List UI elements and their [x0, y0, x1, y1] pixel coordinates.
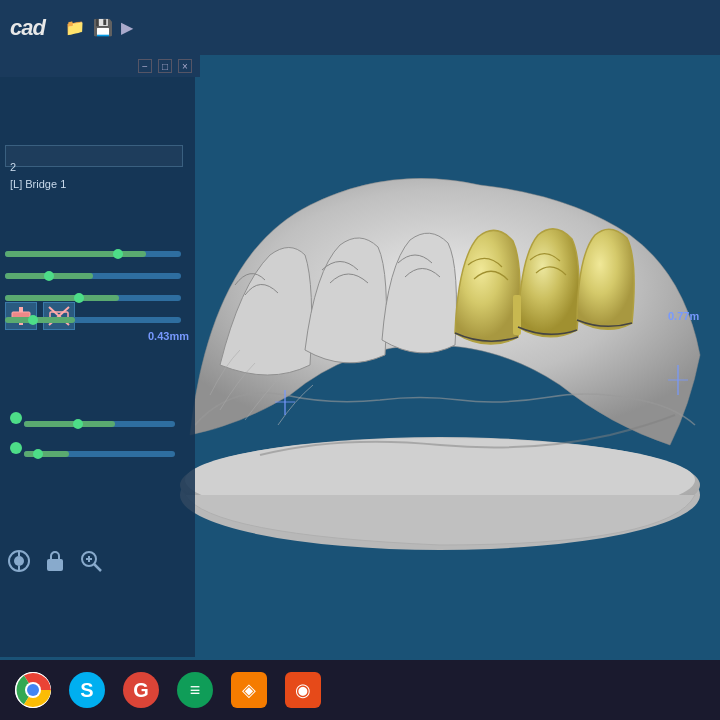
slider-row-3[interactable] — [5, 291, 185, 305]
play-icon[interactable]: ▶ — [121, 18, 133, 37]
save-icon[interactable]: 💾 — [93, 18, 113, 37]
breadcrumb-line2: [L] Bridge 1 — [10, 176, 66, 193]
slider-panel-2 — [24, 417, 179, 467]
slider-row-B1[interactable] — [24, 417, 179, 431]
taskbar-app1[interactable]: ◈ — [224, 666, 274, 714]
zoom-button[interactable] — [77, 547, 105, 575]
slider-row-1[interactable] — [5, 247, 185, 261]
title-icons: 📁 💾 ▶ — [65, 18, 133, 37]
taskbar-grabcad[interactable]: G — [116, 666, 166, 714]
taskbar: S G ≡ ◈ ◉ — [0, 660, 720, 720]
lock-button[interactable] — [41, 547, 69, 575]
close-button[interactable]: × — [178, 59, 192, 73]
window-controls: − □ × — [0, 55, 200, 77]
svg-rect-18 — [513, 295, 521, 335]
view-toggle-button[interactable] — [5, 547, 33, 575]
svg-line-12 — [94, 564, 101, 571]
slider-row-B2[interactable] — [24, 447, 179, 461]
measurement-label-1: 0.43mm — [148, 330, 189, 342]
breadcrumb: 2 [L] Bridge 1 — [5, 154, 71, 197]
title-bar: cad 📁 💾 ▶ — [0, 0, 720, 55]
taskbar-app2[interactable]: ◉ — [278, 666, 328, 714]
taskbar-sheets[interactable]: ≡ — [170, 666, 220, 714]
taskbar-skype[interactable]: S — [62, 666, 112, 714]
slider-panel — [5, 247, 185, 333]
sidebar: 2 [L] Bridge 1 — [0, 77, 195, 657]
app-logo: cad — [10, 15, 45, 41]
slider-row-2[interactable] — [5, 269, 185, 283]
measurement-label-2: 0.77m — [668, 310, 699, 322]
breadcrumb-line1: 2 — [10, 159, 66, 176]
dental-viewport — [130, 55, 720, 600]
taskbar-chrome[interactable] — [8, 666, 58, 714]
svg-point-28 — [27, 684, 39, 696]
minimize-button[interactable]: − — [138, 59, 152, 73]
svg-rect-10 — [47, 559, 63, 571]
bottom-tool-icons — [5, 547, 105, 575]
maximize-button[interactable]: □ — [158, 59, 172, 73]
handle-dot-2[interactable] — [10, 442, 22, 454]
svg-point-7 — [14, 556, 24, 566]
folder-icon[interactable]: 📁 — [65, 18, 85, 37]
handle-dot-1[interactable] — [10, 412, 22, 424]
slider-row-4[interactable] — [5, 313, 185, 327]
